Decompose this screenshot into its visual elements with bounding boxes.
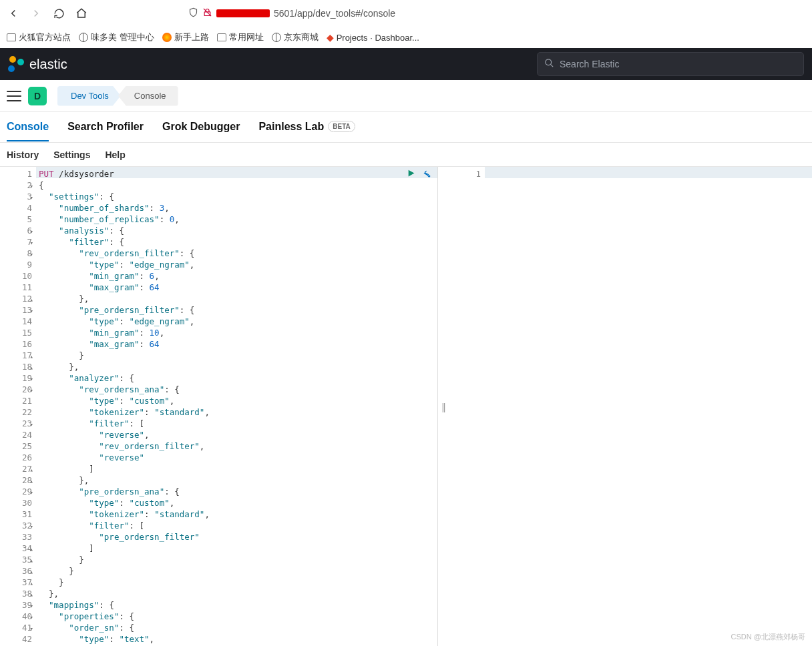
- code-line[interactable]: "settings": {: [39, 191, 435, 202]
- globe-icon: [79, 33, 88, 42]
- line-number: 8▾: [0, 248, 32, 259]
- code-line[interactable]: "rev_ordersn_ana": {: [39, 384, 435, 395]
- code-line[interactable]: }: [39, 565, 435, 577]
- request-editor[interactable]: PUT /kdsysorder{ "settings": { "number_o…: [36, 167, 437, 646]
- code-line[interactable]: ]: [39, 543, 435, 554]
- line-number: 13▾: [0, 304, 32, 316]
- tab-grok-debugger[interactable]: Grok Debugger: [162, 113, 240, 141]
- code-line[interactable]: "number_of_shards": 3,: [39, 202, 435, 214]
- pane-resizer[interactable]: ‖: [438, 167, 449, 646]
- code-line[interactable]: },: [39, 474, 435, 486]
- code-line[interactable]: "reverse",: [39, 429, 435, 440]
- code-line[interactable]: "properties": {: [39, 611, 435, 622]
- watermark: CSDN @北漂燕郊杨哥: [731, 632, 805, 642]
- code-line[interactable]: },: [39, 293, 435, 304]
- wrench-icon[interactable]: [421, 168, 431, 178]
- globe-icon: [272, 33, 281, 42]
- code-line[interactable]: "pre_ordersn_filter": [39, 531, 435, 543]
- line-number: 6▾: [0, 225, 32, 236]
- bookmark-item[interactable]: ◆Projects · Dashboar...: [327, 32, 419, 43]
- tab-painless-lab[interactable]: Painless Lab BETA: [258, 113, 355, 141]
- code-line[interactable]: "order_sn": {: [39, 622, 435, 633]
- line-number: 14: [0, 316, 32, 327]
- code-line[interactable]: "type": "edge_ngram",: [39, 316, 435, 327]
- settings-link[interactable]: Settings: [53, 149, 90, 160]
- code-line[interactable]: ]: [39, 463, 435, 474]
- beta-badge: BETA: [328, 121, 355, 132]
- line-number: 18▴: [0, 361, 32, 372]
- breadcrumb-devtools[interactable]: Dev Tools: [57, 86, 121, 106]
- back-button[interactable]: [5, 5, 21, 21]
- code-line[interactable]: "type": "custom",: [39, 395, 435, 406]
- line-number: 16: [0, 338, 32, 350]
- home-button[interactable]: [73, 5, 89, 21]
- bookmark-item[interactable]: 京东商城: [272, 31, 319, 43]
- code-line[interactable]: "number_of_replicas": 0,: [39, 214, 435, 225]
- code-line[interactable]: "analyzer": {: [39, 372, 435, 384]
- gitlab-icon: ◆: [327, 32, 334, 43]
- line-number: 27▴: [0, 463, 32, 474]
- bookmark-item[interactable]: 火狐官方站点: [7, 31, 71, 43]
- bookmark-item[interactable]: 味多美 管理中心: [79, 31, 154, 43]
- line-number: 5: [0, 214, 32, 225]
- code-line[interactable]: "min_gram": 10,: [39, 327, 435, 338]
- forward-button[interactable]: [28, 5, 44, 21]
- line-number: 37▴: [0, 577, 32, 588]
- console-area: 12▾3▾456▾7▾8▾9101112▴13▾14151617▴18▴19▾2…: [0, 167, 812, 646]
- breadcrumb-console: Console: [118, 86, 178, 106]
- tab-search-profiler[interactable]: Search Profiler: [67, 113, 144, 141]
- code-line[interactable]: "rev_ordersn_filter": {: [39, 248, 435, 259]
- line-number: 17▴: [0, 350, 32, 361]
- code-line[interactable]: "rev_ordersn_filter",: [39, 440, 435, 452]
- bookmark-item[interactable]: 常用网址: [217, 31, 264, 43]
- code-line[interactable]: "analysis": {: [39, 225, 435, 236]
- history-link[interactable]: History: [7, 149, 39, 160]
- elastic-logo[interactable]: elastic: [8, 56, 67, 72]
- response-pane[interactable]: 1: [449, 167, 812, 646]
- code-line[interactable]: "max_gram": 64: [39, 338, 435, 350]
- code-line[interactable]: "type": "custom",: [39, 497, 435, 509]
- space-avatar[interactable]: D: [28, 87, 47, 105]
- help-link[interactable]: Help: [105, 149, 125, 160]
- brand-text: elastic: [29, 57, 67, 72]
- code-line[interactable]: "max_gram": 64: [39, 282, 435, 293]
- code-line[interactable]: "type": "edge_ngram",: [39, 259, 435, 270]
- line-number: 41▾: [0, 622, 32, 633]
- code-line[interactable]: "reverse": [39, 452, 435, 463]
- code-line[interactable]: "filter": [: [39, 520, 435, 531]
- code-line[interactable]: PUT /kdsysorder: [39, 168, 435, 180]
- line-number: 21: [0, 395, 32, 406]
- code-line[interactable]: {: [39, 180, 435, 191]
- global-search[interactable]: Search Elastic: [537, 52, 804, 76]
- browser-toolbar: 5601/app/dev_tools#/console: [0, 0, 812, 27]
- line-number: 39▾: [0, 599, 32, 611]
- code-line[interactable]: }: [39, 577, 435, 588]
- line-number: 22: [0, 406, 32, 418]
- code-line[interactable]: "tokenizer": "standard",: [39, 509, 435, 520]
- code-line[interactable]: "min_gram": 6,: [39, 270, 435, 282]
- code-line[interactable]: "filter": [: [39, 418, 435, 429]
- bookmark-item[interactable]: 新手上路: [162, 31, 209, 43]
- folder-icon: [7, 33, 16, 41]
- line-number: 35▴: [0, 554, 32, 565]
- url-bar[interactable]: 5601/app/dev_tools#/console: [183, 3, 807, 23]
- request-pane[interactable]: 12▾3▾456▾7▾8▾9101112▴13▾14151617▴18▴19▾2…: [0, 167, 438, 646]
- code-line[interactable]: "filter": {: [39, 236, 435, 248]
- request-actions: [407, 168, 431, 178]
- line-number: 36▴: [0, 565, 32, 577]
- code-line[interactable]: },: [39, 588, 435, 599]
- reload-button[interactable]: [51, 5, 67, 21]
- code-line[interactable]: "pre_ordersn_filter": {: [39, 304, 435, 316]
- code-line[interactable]: }: [39, 350, 435, 361]
- tab-console[interactable]: Console: [7, 113, 49, 141]
- code-line[interactable]: "tokenizer": "standard",: [39, 406, 435, 418]
- code-line[interactable]: },: [39, 361, 435, 372]
- menu-toggle-icon[interactable]: [7, 91, 21, 101]
- code-line[interactable]: }: [39, 554, 435, 565]
- svg-point-1: [546, 59, 552, 65]
- line-number: 30: [0, 497, 32, 509]
- send-request-icon[interactable]: [407, 169, 415, 178]
- code-line[interactable]: "pre_ordersn_ana": {: [39, 486, 435, 497]
- code-line[interactable]: "mappings": {: [39, 599, 435, 611]
- code-line[interactable]: "type": "text",: [39, 633, 435, 645]
